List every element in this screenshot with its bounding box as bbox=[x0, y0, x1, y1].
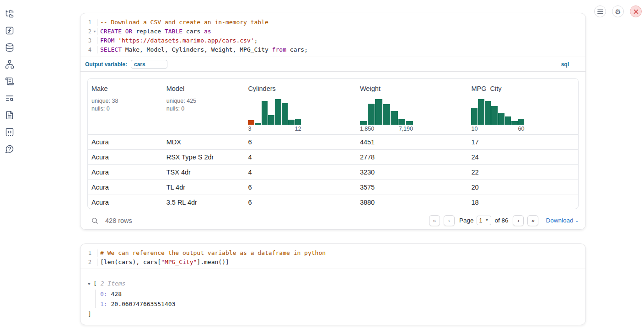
snippets-icon[interactable] bbox=[5, 127, 14, 137]
code-text: CREATE OR replace TABLE cars as bbox=[98, 27, 211, 36]
collapse-caret-icon[interactable]: ▼ bbox=[88, 280, 93, 288]
close-bracket: ] bbox=[88, 309, 175, 319]
code-line[interactable]: 4SELECT Make, Model, Cylinders, Weight, … bbox=[80, 45, 585, 54]
column-header-weight[interactable]: Weight1,8507,190 bbox=[356, 79, 468, 134]
last-page-button[interactable]: » bbox=[527, 215, 538, 226]
table-cell: 6 bbox=[244, 138, 356, 146]
column-histogram: 1,8507,190 bbox=[360, 99, 413, 132]
histogram-max-label: 12 bbox=[295, 126, 301, 132]
table-cell: 4 bbox=[244, 169, 356, 176]
close-icon bbox=[633, 9, 639, 14]
histogram-bar bbox=[375, 99, 382, 125]
page-total: of 86 bbox=[494, 217, 508, 224]
table-cell: Acura bbox=[88, 169, 163, 176]
code-line[interactable]: 3FROM 'https://datasets.marimo.app/cars.… bbox=[80, 36, 585, 45]
code-line[interactable]: 1-- Download a CSV and create an in-memo… bbox=[80, 18, 585, 27]
functions-icon[interactable] bbox=[5, 26, 14, 35]
column-header-cylinders[interactable]: Cylinders312 bbox=[244, 79, 356, 134]
code-line[interactable]: 2▼CREATE OR replace TABLE cars as bbox=[80, 27, 585, 36]
sidebar bbox=[0, 9, 19, 153]
language-badge[interactable]: sql bbox=[561, 61, 581, 68]
code-line[interactable]: 2[len(cars), cars["MPG_City"].mean()] bbox=[80, 258, 585, 267]
column-header-model[interactable]: Modelunique: 425nulls: 0 bbox=[163, 79, 245, 134]
histogram-bar bbox=[511, 121, 518, 125]
fold-gutter bbox=[92, 249, 98, 257]
page-select[interactable]: 1 ▼ bbox=[477, 216, 492, 225]
histogram-max-label: 7,190 bbox=[399, 126, 413, 132]
logs-icon[interactable] bbox=[5, 94, 14, 103]
histogram-min-label: 3 bbox=[248, 126, 251, 132]
column-title: MPG_City bbox=[471, 85, 578, 92]
download-label: Download bbox=[546, 217, 573, 224]
prev-page-button[interactable]: ‹ bbox=[444, 215, 455, 226]
column-header-mpg_city[interactable]: MPG_City1060 bbox=[467, 79, 578, 134]
scratchpad-icon[interactable] bbox=[5, 77, 14, 86]
histogram-bar bbox=[295, 119, 301, 125]
download-button[interactable]: Download ⌄ bbox=[546, 217, 579, 224]
code-text: -- Download a CSV and create an in-memor… bbox=[98, 18, 268, 27]
table-header: Makeunique: 38nulls: 0Modelunique: 425nu… bbox=[88, 79, 578, 134]
table-cell: 17 bbox=[467, 138, 578, 146]
chevron-down-icon: ⌄ bbox=[575, 218, 579, 223]
result-table: Makeunique: 38nulls: 0Modelunique: 425nu… bbox=[87, 78, 579, 209]
histogram-bar bbox=[485, 101, 491, 125]
histogram-bar bbox=[478, 99, 484, 125]
table-row[interactable]: Acura3.5 RL 4dr6388018 bbox=[88, 195, 578, 209]
table-row[interactable]: AcuraMDX6445117 bbox=[88, 134, 578, 149]
documentation-icon[interactable] bbox=[5, 111, 14, 120]
shutdown-button[interactable] bbox=[630, 5, 642, 17]
column-header-make[interactable]: Makeunique: 38nulls: 0 bbox=[88, 79, 163, 134]
histogram-min-label: 10 bbox=[471, 126, 478, 132]
next-page-button[interactable]: › bbox=[513, 215, 524, 226]
tree-entry: 1: 20.060747663551403 bbox=[88, 299, 175, 309]
column-histogram: 312 bbox=[248, 99, 301, 132]
python-code-editor[interactable]: 1# We can reference the output variable … bbox=[80, 244, 585, 269]
menu-icon bbox=[597, 9, 603, 14]
histogram-min-label: 1,850 bbox=[360, 126, 374, 132]
histogram-bar bbox=[391, 111, 398, 125]
fold-caret-icon[interactable]: ▼ bbox=[92, 28, 98, 35]
table-cell: TL 4dr bbox=[163, 184, 245, 191]
table-cell: 3.5 RL 4dr bbox=[163, 199, 245, 206]
menu-button[interactable] bbox=[594, 5, 606, 17]
sql-code-editor[interactable]: 1-- Download a CSV and create an in-memo… bbox=[80, 13, 585, 57]
histogram-bar bbox=[491, 106, 498, 125]
table-row[interactable]: AcuraTSX 4dr4323022 bbox=[88, 164, 578, 180]
open-bracket: [ bbox=[93, 280, 97, 287]
chevron-down-icon: ▼ bbox=[485, 219, 488, 222]
histogram-bar bbox=[288, 120, 295, 125]
table-cell: 2778 bbox=[356, 153, 468, 161]
table-row[interactable]: AcuraRSX Type S 2dr4277824 bbox=[88, 149, 578, 164]
tree-entry-value: 20.060747663551403 bbox=[107, 301, 176, 307]
table-cell: 3880 bbox=[356, 199, 468, 206]
fold-gutter bbox=[92, 19, 98, 26]
line-number: 3 bbox=[80, 36, 91, 45]
settings-button[interactable]: ⚙ bbox=[612, 5, 624, 17]
file-explorer-icon[interactable] bbox=[5, 9, 14, 18]
table-cell: 24 bbox=[467, 153, 578, 161]
output-variable-row: Output variable: sql bbox=[80, 57, 585, 72]
datasources-icon[interactable] bbox=[5, 43, 14, 52]
output-variable-label: Output variable: bbox=[85, 61, 127, 68]
histogram-bar bbox=[255, 123, 261, 125]
tree-entry-key: 0: bbox=[100, 291, 107, 297]
first-page-button[interactable]: « bbox=[429, 215, 440, 226]
table-cell: RSX Type S 2dr bbox=[163, 153, 245, 161]
page-label: Page bbox=[459, 217, 474, 224]
histogram-bar bbox=[268, 115, 274, 125]
table-cell: 3575 bbox=[356, 184, 468, 191]
table-row[interactable]: AcuraTL 4dr6357520 bbox=[88, 180, 578, 195]
dependency-graph-icon[interactable] bbox=[5, 60, 14, 69]
python-cell: 1# We can reference the output variable … bbox=[80, 243, 586, 325]
code-text: SELECT Make, Model, Cylinders, Weight, M… bbox=[98, 45, 308, 54]
table-cell: Acura bbox=[88, 184, 163, 191]
help-icon[interactable] bbox=[5, 144, 14, 153]
code-line[interactable]: 1# We can reference the output variable … bbox=[80, 248, 585, 258]
histogram-bar bbox=[471, 108, 478, 125]
search-icon[interactable] bbox=[91, 217, 98, 224]
histogram-bar bbox=[406, 121, 413, 125]
output-variable-input[interactable] bbox=[131, 60, 167, 69]
topbar: ⚙ bbox=[594, 5, 642, 17]
histogram-bar bbox=[248, 120, 254, 125]
histogram-bar bbox=[275, 99, 281, 125]
